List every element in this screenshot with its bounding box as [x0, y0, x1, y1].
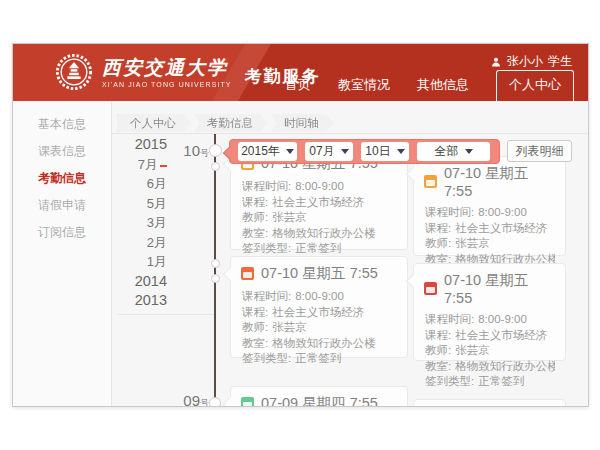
month-2[interactable]: 2月: [109, 233, 167, 253]
stamp-icon: [424, 282, 437, 295]
field-value: 社会主义市场经济: [455, 222, 547, 234]
field-label: 教师:: [242, 321, 268, 333]
marker-suffix: 号: [200, 148, 209, 158]
date-nav-divider: [117, 314, 215, 315]
field-value: 8:00-9:00: [295, 180, 344, 192]
timeline-node: [209, 144, 222, 157]
field-label: 签到类型:: [425, 375, 474, 387]
breadcrumb-attendance-info[interactable]: 考勤信息: [194, 114, 268, 132]
field-value: 格物致知行政办公楼: [272, 337, 376, 349]
field-value: 正常签到: [295, 242, 341, 254]
attendance-card[interactable]: 07-10 星期五 7:55 课程时间:8:00-9:00 课程:社会主义市场经…: [230, 256, 408, 358]
breadcrumb-divider: [112, 133, 589, 134]
university-name-cn: 西安交通大学: [102, 57, 232, 79]
field-label: 课程:: [242, 306, 268, 318]
field-value: 8:00-9:00: [295, 290, 344, 302]
year-2013[interactable]: 2013: [109, 291, 167, 311]
timeline-node: [209, 397, 221, 407]
card-date: 07-10 星期五 7:55: [444, 164, 555, 199]
user-chip[interactable]: 张小小 学生: [490, 53, 572, 70]
sidebar-item-basic-info[interactable]: 基本信息: [13, 111, 111, 138]
timeline-date-nav: 2015 7月 6月 5月 3月 2月 1月 2014 2013: [109, 135, 167, 311]
day-dropdown[interactable]: 10日: [361, 142, 409, 161]
sidebar-item-leave-request[interactable]: 请假申请: [13, 192, 111, 219]
calendar-icon: [241, 267, 254, 280]
field-label: 教室:: [425, 360, 451, 372]
main-nav: 首页 教室情况 其他信息 个人中心: [285, 70, 574, 101]
attendance-card[interactable]: 07-10 星期五 7:55 课程时间:8:00-9:00 课程:社会主义市场经…: [413, 263, 566, 361]
year-2014[interactable]: 2014: [109, 272, 167, 292]
nav-personal-center-active[interactable]: 个人中心: [496, 70, 574, 101]
sidebar-item-schedule-info[interactable]: 课表信息: [13, 138, 111, 165]
field-value: 8:00-9:00: [478, 206, 527, 218]
timeline-day-marker-10: 10号: [167, 142, 209, 160]
field-label: 教师:: [425, 237, 451, 249]
year-dropdown-value: 2015年: [241, 143, 280, 160]
field-label: 课程:: [425, 329, 451, 341]
field-label: 教师:: [242, 211, 268, 223]
card-date: 07-10 星期五 7:55: [261, 264, 378, 283]
month-dropdown[interactable]: 07月: [305, 142, 353, 161]
field-value: 正常签到: [295, 352, 341, 364]
chevron-down-icon: [465, 149, 473, 154]
field-value: 张芸京: [455, 344, 490, 356]
app-window: 西安交通大学 XI'AN JIAO TONG UNIVERSITY 考勤服务 张…: [12, 43, 589, 407]
month-5[interactable]: 5月: [109, 194, 167, 214]
list-detail-button[interactable]: 列表明细: [507, 140, 572, 162]
nav-home[interactable]: 首页: [285, 76, 311, 101]
person-icon: [490, 56, 502, 68]
sidebar: 基本信息 课表信息 考勤信息 请假申请 订阅信息: [13, 101, 112, 406]
field-value: 社会主义市场经济: [272, 196, 364, 208]
brand-text: 西安交通大学 XI'AN JIAO TONG UNIVERSITY: [102, 57, 232, 88]
field-label: 课程:: [242, 196, 268, 208]
nav-other-info[interactable]: 其他信息: [417, 76, 469, 101]
field-value: 社会主义市场经济: [272, 306, 364, 318]
field-value: 张芸京: [455, 237, 490, 249]
field-value: 8:00-9:00: [478, 313, 527, 325]
user-name: 张小小: [507, 53, 543, 70]
nav-classrooms[interactable]: 教室情况: [338, 76, 390, 101]
filter-bar: 2015年 07月 10日 全部: [229, 139, 500, 164]
month-1[interactable]: 1月: [109, 252, 167, 272]
brand: 西安交通大学 XI'AN JIAO TONG UNIVERSITY 考勤服务: [55, 53, 321, 91]
breadcrumb: 个人中心 考勤信息 时间轴: [117, 114, 334, 132]
field-label: 课程时间:: [242, 290, 291, 302]
chevron-down-icon: [341, 149, 349, 154]
timeline-line: [214, 134, 216, 407]
month-7-current[interactable]: 7月: [109, 155, 167, 175]
card-date: 07-10 星期五 7:55: [444, 271, 555, 306]
page-canvas: 西安交通大学 XI'AN JIAO TONG UNIVERSITY 考勤服务 张…: [0, 0, 600, 450]
app-header: 西安交通大学 XI'AN JIAO TONG UNIVERSITY 考勤服务 张…: [13, 44, 588, 101]
sidebar-item-attendance-info[interactable]: 考勤信息: [13, 165, 111, 192]
attendance-card[interactable]: 07-09 星期四 7:55: [230, 386, 408, 407]
year-2015[interactable]: 2015: [109, 135, 167, 155]
sidebar-item-subscription-info[interactable]: 订阅信息: [13, 219, 111, 246]
field-value: 张芸京: [272, 211, 307, 223]
field-label: 教室:: [242, 337, 268, 349]
timeline-day-marker-09: 09号: [167, 392, 209, 407]
month-6[interactable]: 6月: [109, 174, 167, 194]
university-name-en: XI'AN JIAO TONG UNIVERSITY: [102, 81, 232, 88]
calendar-icon: [424, 175, 437, 188]
scope-dropdown[interactable]: 全部: [417, 142, 490, 161]
university-logo-icon: [55, 53, 93, 91]
day-dropdown-value: 10日: [365, 143, 390, 160]
field-label: 教师:: [425, 344, 451, 356]
year-dropdown[interactable]: 2015年: [238, 142, 297, 161]
month-3[interactable]: 3月: [109, 213, 167, 233]
attendance-card[interactable]: 07-10 星期五 7:55 课程时间:8:00-9:00 课程:社会主义市场经…: [413, 156, 566, 256]
field-label: 教室:: [242, 227, 268, 239]
calendar-icon: [241, 397, 254, 407]
chevron-down-icon: [397, 149, 405, 154]
breadcrumb-personal-center[interactable]: 个人中心: [117, 114, 191, 132]
user-role: 学生: [548, 53, 572, 70]
attendance-card-partial[interactable]: [413, 399, 566, 407]
marker-day: 10: [183, 142, 200, 159]
field-label: 课程:: [425, 222, 451, 234]
field-value: 张芸京: [272, 321, 307, 333]
timeline-node: [211, 259, 220, 268]
scope-dropdown-value: 全部: [435, 143, 459, 160]
timeline-node: [211, 162, 220, 171]
breadcrumb-timeline[interactable]: 时间轴: [271, 114, 334, 132]
field-label: 签到类型:: [242, 242, 291, 254]
